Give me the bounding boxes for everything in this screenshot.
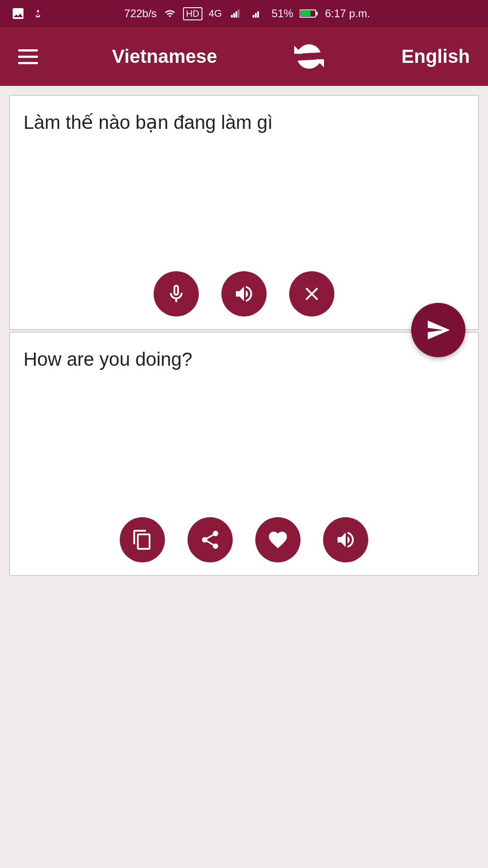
- svg-rect-1: [233, 13, 235, 18]
- source-language[interactable]: Vietnamese: [112, 46, 217, 67]
- hd-badge: HD: [183, 7, 202, 20]
- input-actions: [10, 271, 478, 316]
- target-language[interactable]: English: [401, 46, 470, 67]
- svg-rect-6: [257, 11, 259, 18]
- signal2-icon: [250, 8, 265, 19]
- microphone-button[interactable]: [154, 271, 199, 316]
- status-bar-left: [11, 6, 44, 21]
- input-text: Làm thế nào bạn đang làm gì: [23, 109, 465, 136]
- clear-button[interactable]: [289, 271, 334, 316]
- signal-icon: [228, 8, 244, 19]
- svg-rect-8: [316, 12, 318, 15]
- battery-text: 51%: [272, 7, 293, 20]
- input-box[interactable]: Làm thế nào bạn đang làm gì: [9, 95, 479, 330]
- swap-languages-button[interactable]: [291, 38, 327, 75]
- output-actions: [10, 517, 478, 562]
- status-bar-center: 722b/s HD 4G 51% 6:17 p.m.: [124, 7, 370, 20]
- status-bar: 722b/s HD 4G 51% 6:17 p.m.: [0, 0, 488, 27]
- battery-icon: [300, 9, 319, 19]
- svg-rect-4: [253, 15, 254, 18]
- menu-button[interactable]: [18, 49, 38, 64]
- translate-button[interactable]: [411, 303, 465, 357]
- usb-icon: [32, 6, 44, 21]
- share-button[interactable]: [188, 517, 233, 562]
- copy-button[interactable]: [120, 517, 165, 562]
- svg-rect-3: [238, 9, 239, 18]
- image-icon: [11, 6, 25, 21]
- speaker-button[interactable]: [221, 271, 267, 316]
- output-box: How are you doing?: [9, 332, 479, 576]
- svg-rect-2: [235, 11, 237, 18]
- wifi-icon: [163, 8, 177, 19]
- svg-rect-5: [255, 13, 257, 18]
- speed-text: 722b/s: [124, 7, 157, 20]
- output-text: How are you doing?: [23, 346, 465, 373]
- header: Vietnamese English: [0, 27, 488, 86]
- favorite-button[interactable]: [255, 517, 300, 562]
- output-speaker-button[interactable]: [323, 517, 368, 562]
- svg-rect-0: [231, 15, 233, 18]
- input-section: Làm thế nào bạn đang làm gì: [9, 95, 479, 330]
- svg-rect-9: [300, 11, 310, 16]
- time-text: 6:17 p.m.: [325, 7, 370, 20]
- network-text: 4G: [209, 8, 222, 19]
- main-content: Làm thế nào bạn đang làm gì: [0, 86, 488, 576]
